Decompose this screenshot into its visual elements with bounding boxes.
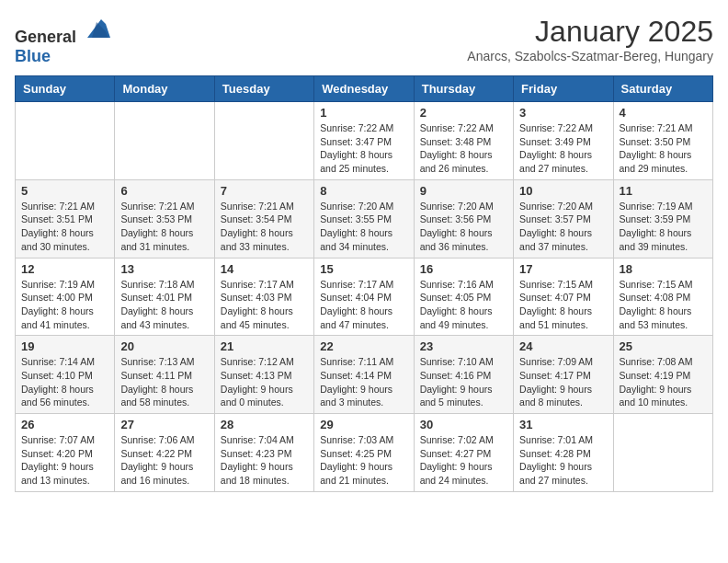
calendar-empty-cell xyxy=(115,102,214,180)
calendar-day-19: 19Sunrise: 7:14 AM Sunset: 4:10 PM Dayli… xyxy=(16,336,115,414)
day-number: 27 xyxy=(120,418,208,431)
logo-general: General xyxy=(15,28,76,46)
calendar-day-13: 13Sunrise: 7:18 AM Sunset: 4:01 PM Dayli… xyxy=(115,258,214,336)
location-subtitle: Anarcs, Szabolcs-Szatmar-Bereg, Hungary xyxy=(467,49,713,63)
day-number: 16 xyxy=(420,262,507,276)
calendar-day-5: 5Sunrise: 7:21 AM Sunset: 3:51 PM Daylig… xyxy=(16,179,115,258)
calendar-day-21: 21Sunrise: 7:12 AM Sunset: 4:13 PM Dayli… xyxy=(214,336,313,414)
day-info: Sunrise: 7:15 AM Sunset: 4:07 PM Dayligh… xyxy=(519,278,607,332)
day-info: Sunrise: 7:18 AM Sunset: 4:01 PM Dayligh… xyxy=(120,278,208,332)
day-info: Sunrise: 7:08 AM Sunset: 4:19 PM Dayligh… xyxy=(620,355,707,409)
page-header: General Blue January 2025 Anarcs, Szabol… xyxy=(15,15,713,66)
calendar-day-2: 2Sunrise: 7:22 AM Sunset: 3:48 PM Daylig… xyxy=(414,102,513,180)
day-number: 13 xyxy=(120,262,208,276)
calendar-day-15: 15Sunrise: 7:17 AM Sunset: 4:04 PM Dayli… xyxy=(314,258,414,336)
day-number: 20 xyxy=(120,339,208,353)
day-number: 30 xyxy=(420,418,507,431)
calendar-day-11: 11Sunrise: 7:19 AM Sunset: 3:59 PM Dayli… xyxy=(613,179,712,258)
day-info: Sunrise: 7:11 AM Sunset: 4:14 PM Dayligh… xyxy=(320,355,407,409)
day-number: 2 xyxy=(420,106,507,120)
month-title: January 2025 xyxy=(467,15,713,49)
day-info: Sunrise: 7:14 AM Sunset: 4:10 PM Dayligh… xyxy=(21,355,108,409)
day-info: Sunrise: 7:16 AM Sunset: 4:05 PM Dayligh… xyxy=(420,278,507,332)
day-number: 10 xyxy=(519,184,607,198)
weekday-header-wednesday: Wednesday xyxy=(314,76,414,102)
calendar-empty-cell xyxy=(613,414,712,492)
logo-icon xyxy=(83,15,110,42)
calendar-empty-cell xyxy=(214,102,313,180)
day-number: 7 xyxy=(221,184,308,198)
weekday-header-monday: Monday xyxy=(115,76,214,102)
calendar-day-14: 14Sunrise: 7:17 AM Sunset: 4:03 PM Dayli… xyxy=(214,258,313,336)
calendar-day-18: 18Sunrise: 7:15 AM Sunset: 4:08 PM Dayli… xyxy=(613,258,712,336)
calendar-day-25: 25Sunrise: 7:08 AM Sunset: 4:19 PM Dayli… xyxy=(613,336,712,414)
weekday-header-friday: Friday xyxy=(514,76,613,102)
day-info: Sunrise: 7:15 AM Sunset: 4:08 PM Dayligh… xyxy=(620,278,707,332)
day-info: Sunrise: 7:13 AM Sunset: 4:11 PM Dayligh… xyxy=(120,355,208,409)
day-info: Sunrise: 7:04 AM Sunset: 4:23 PM Dayligh… xyxy=(221,433,308,488)
calendar-week-row: 19Sunrise: 7:14 AM Sunset: 4:10 PM Dayli… xyxy=(16,336,713,414)
calendar-day-1: 1Sunrise: 7:22 AM Sunset: 3:47 PM Daylig… xyxy=(314,102,414,180)
calendar-day-22: 22Sunrise: 7:11 AM Sunset: 4:14 PM Dayli… xyxy=(314,336,414,414)
day-number: 28 xyxy=(221,418,308,431)
day-info: Sunrise: 7:10 AM Sunset: 4:16 PM Dayligh… xyxy=(420,355,507,409)
logo-blue: Blue xyxy=(15,47,51,65)
day-number: 21 xyxy=(221,339,308,353)
day-info: Sunrise: 7:21 AM Sunset: 3:53 PM Dayligh… xyxy=(120,200,208,254)
day-number: 19 xyxy=(21,339,108,353)
day-number: 3 xyxy=(519,106,607,120)
title-block: January 2025 Anarcs, Szabolcs-Szatmar-Be… xyxy=(467,15,713,63)
day-info: Sunrise: 7:21 AM Sunset: 3:50 PM Dayligh… xyxy=(620,121,707,176)
logo: General Blue xyxy=(15,15,110,66)
calendar-week-row: 12Sunrise: 7:19 AM Sunset: 4:00 PM Dayli… xyxy=(16,258,713,336)
calendar-day-29: 29Sunrise: 7:03 AM Sunset: 4:25 PM Dayli… xyxy=(314,414,414,492)
calendar-day-6: 6Sunrise: 7:21 AM Sunset: 3:53 PM Daylig… xyxy=(115,179,214,258)
day-number: 31 xyxy=(519,418,607,431)
day-number: 4 xyxy=(620,106,707,120)
calendar-day-8: 8Sunrise: 7:20 AM Sunset: 3:55 PM Daylig… xyxy=(314,179,414,258)
calendar-table: SundayMondayTuesdayWednesdayThursdayFrid… xyxy=(15,75,713,492)
weekday-header-sunday: Sunday xyxy=(16,76,115,102)
day-number: 17 xyxy=(519,262,607,276)
calendar-day-20: 20Sunrise: 7:13 AM Sunset: 4:11 PM Dayli… xyxy=(115,336,214,414)
calendar-day-28: 28Sunrise: 7:04 AM Sunset: 4:23 PM Dayli… xyxy=(214,414,313,492)
calendar-day-17: 17Sunrise: 7:15 AM Sunset: 4:07 PM Dayli… xyxy=(514,258,613,336)
day-number: 11 xyxy=(620,184,707,198)
day-info: Sunrise: 7:21 AM Sunset: 3:51 PM Dayligh… xyxy=(21,200,108,254)
calendar-day-4: 4Sunrise: 7:21 AM Sunset: 3:50 PM Daylig… xyxy=(613,102,712,180)
calendar-day-7: 7Sunrise: 7:21 AM Sunset: 3:54 PM Daylig… xyxy=(214,179,313,258)
day-number: 12 xyxy=(21,262,108,276)
calendar-day-27: 27Sunrise: 7:06 AM Sunset: 4:22 PM Dayli… xyxy=(115,414,214,492)
day-info: Sunrise: 7:09 AM Sunset: 4:17 PM Dayligh… xyxy=(519,355,607,409)
calendar-day-16: 16Sunrise: 7:16 AM Sunset: 4:05 PM Dayli… xyxy=(414,258,513,336)
calendar-week-row: 26Sunrise: 7:07 AM Sunset: 4:20 PM Dayli… xyxy=(16,414,713,492)
day-number: 23 xyxy=(420,339,507,353)
day-number: 14 xyxy=(221,262,308,276)
day-info: Sunrise: 7:06 AM Sunset: 4:22 PM Dayligh… xyxy=(120,433,208,488)
day-number: 9 xyxy=(420,184,507,198)
day-number: 18 xyxy=(620,262,707,276)
weekday-header-row: SundayMondayTuesdayWednesdayThursdayFrid… xyxy=(16,76,713,102)
day-info: Sunrise: 7:22 AM Sunset: 3:48 PM Dayligh… xyxy=(420,121,507,176)
day-info: Sunrise: 7:07 AM Sunset: 4:20 PM Dayligh… xyxy=(21,433,108,488)
calendar-day-31: 31Sunrise: 7:01 AM Sunset: 4:28 PM Dayli… xyxy=(514,414,613,492)
day-info: Sunrise: 7:20 AM Sunset: 3:56 PM Dayligh… xyxy=(420,200,507,254)
day-info: Sunrise: 7:21 AM Sunset: 3:54 PM Dayligh… xyxy=(221,200,308,254)
day-info: Sunrise: 7:20 AM Sunset: 3:57 PM Dayligh… xyxy=(519,200,607,254)
day-number: 1 xyxy=(320,106,407,120)
logo-text: General Blue xyxy=(15,15,110,66)
day-number: 26 xyxy=(21,418,108,431)
weekday-header-saturday: Saturday xyxy=(613,76,712,102)
calendar-day-3: 3Sunrise: 7:22 AM Sunset: 3:49 PM Daylig… xyxy=(514,102,613,180)
day-number: 8 xyxy=(320,184,407,198)
calendar-week-row: 5Sunrise: 7:21 AM Sunset: 3:51 PM Daylig… xyxy=(16,179,713,258)
weekday-header-tuesday: Tuesday xyxy=(214,76,313,102)
day-info: Sunrise: 7:17 AM Sunset: 4:04 PM Dayligh… xyxy=(320,278,407,332)
calendar-day-12: 12Sunrise: 7:19 AM Sunset: 4:00 PM Dayli… xyxy=(16,258,115,336)
day-number: 29 xyxy=(320,418,407,431)
day-info: Sunrise: 7:01 AM Sunset: 4:28 PM Dayligh… xyxy=(519,433,607,488)
day-info: Sunrise: 7:17 AM Sunset: 4:03 PM Dayligh… xyxy=(221,278,308,332)
day-number: 25 xyxy=(620,339,707,353)
day-info: Sunrise: 7:12 AM Sunset: 4:13 PM Dayligh… xyxy=(221,355,308,409)
day-number: 15 xyxy=(320,262,407,276)
